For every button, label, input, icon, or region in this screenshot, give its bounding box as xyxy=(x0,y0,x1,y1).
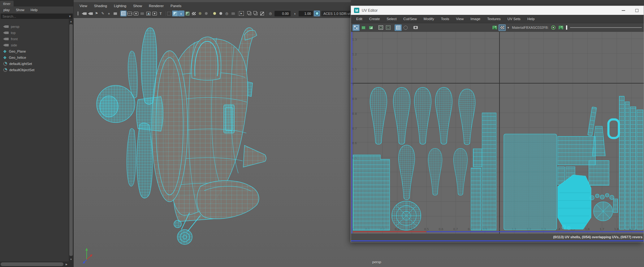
maximize-icon xyxy=(635,9,638,12)
uv-menu-select[interactable]: Select xyxy=(383,17,400,21)
uv-editor-statusbar: (0/113) UV shells, (0/54) overlapping UV… xyxy=(351,234,644,240)
svg-text:1: 1 xyxy=(352,82,354,86)
svg-text:0.8: 0.8 xyxy=(352,112,357,115)
viewport-camera-label: persp xyxy=(372,260,381,264)
checker-map-icon[interactable] xyxy=(499,24,506,31)
airplane-wireframe[interactable] xyxy=(97,28,266,244)
uv-editor-toolbar: ▾ MaterialFBXASC032FB: xyxy=(351,23,644,32)
uv-menu-tools[interactable]: Tools xyxy=(438,17,453,21)
uv-menu-help[interactable]: Help xyxy=(524,17,538,21)
uv-grid-toggle-icon[interactable] xyxy=(395,24,402,31)
uv-menu-modify[interactable]: Modify xyxy=(420,17,438,21)
svg-text:0.5: 0.5 xyxy=(424,227,429,231)
uv-shaded-tiles-icon[interactable] xyxy=(360,24,367,31)
minimize-icon xyxy=(622,10,625,11)
pixel-snap-icon[interactable] xyxy=(402,24,409,31)
uv-shell-stats: (0/113) UV shells, (0/54) overlapping UV… xyxy=(553,235,642,239)
uv-menu-create[interactable]: Create xyxy=(366,17,383,21)
uv-editor-canvas[interactable]: 1.3 1.2 1.1 1 0.9 0.8 0.7 0.6 0.5 0 0.1 … xyxy=(351,32,644,234)
material-label: MaterialFBXASC032FB: xyxy=(512,26,549,29)
rgb-channels-icon[interactable] xyxy=(550,24,557,31)
uv-snapshot-icon[interactable] xyxy=(412,24,419,31)
svg-text:0.7: 0.7 xyxy=(352,127,357,130)
maximize-button[interactable] xyxy=(630,6,644,15)
svg-text:0.6: 0.6 xyxy=(352,141,357,145)
image-range-icon[interactable] xyxy=(557,24,564,31)
chevron-down-icon[interactable]: ▾ xyxy=(506,24,510,31)
svg-text:0.9: 0.9 xyxy=(352,97,357,101)
uv-menu-view[interactable]: View xyxy=(453,17,467,21)
exposure-slider-track[interactable] xyxy=(570,27,642,28)
uv-distortion-icon[interactable] xyxy=(367,24,374,31)
uv-editor-menubar: Edit Create Select Cut/Sew Modify Tools … xyxy=(351,15,644,23)
uv-editor-titlebar[interactable]: M UV Editor xyxy=(351,6,644,15)
uv-menu-edit[interactable]: Edit xyxy=(353,17,366,21)
exposure-slider-handle[interactable] xyxy=(565,24,568,31)
minimize-button[interactable] xyxy=(616,6,630,15)
svg-text:1.8: 1.8 xyxy=(614,227,619,231)
maya-application: tliner play Show Help ▼ persp top front … xyxy=(0,0,644,267)
svg-text:0.6: 0.6 xyxy=(439,227,443,231)
svg-text:1.2: 1.2 xyxy=(352,53,357,56)
display-image-icon[interactable] xyxy=(491,24,498,31)
uv-menu-cutsew[interactable]: Cut/Sew xyxy=(400,17,420,21)
uv-panel-border-bottom xyxy=(351,240,644,241)
svg-text:1.6: 1.6 xyxy=(585,227,590,231)
uv-menu-textures[interactable]: Textures xyxy=(484,17,504,21)
maya-logo-icon: M xyxy=(354,8,359,13)
svg-text:1.7: 1.7 xyxy=(599,227,604,231)
svg-text:1.1: 1.1 xyxy=(352,67,357,71)
uv-menu-uvsets[interactable]: UV Sets xyxy=(504,17,524,21)
uv-tile-layout-icon[interactable] xyxy=(352,24,360,31)
shell-borders-icon[interactable] xyxy=(385,24,392,31)
uv-editor-window: M UV Editor Edit Create Select Cut/Sew M… xyxy=(351,6,644,242)
svg-text:0.7: 0.7 xyxy=(453,227,458,231)
axis-gizmo xyxy=(78,245,94,264)
svg-text:1.3: 1.3 xyxy=(352,38,357,41)
uv-menu-image[interactable]: Image xyxy=(467,17,484,21)
texture-borders-icon[interactable] xyxy=(377,24,384,31)
window-title: UV Editor xyxy=(362,8,378,13)
svg-text:1: 1 xyxy=(499,227,500,231)
